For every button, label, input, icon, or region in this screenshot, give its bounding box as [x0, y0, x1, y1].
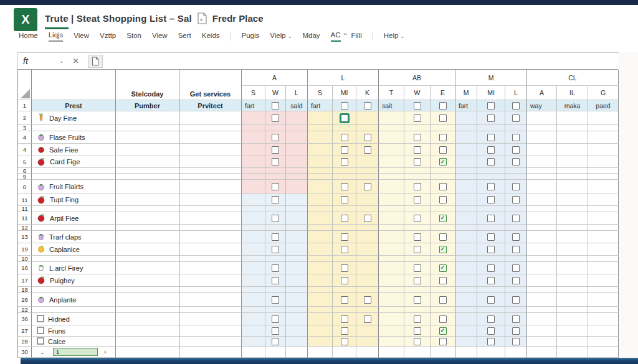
cell[interactable]: [588, 206, 619, 212]
cell[interactable]: [308, 325, 333, 337]
checkbox[interactable]: [414, 114, 421, 122]
row-number[interactable]: 22: [18, 307, 32, 313]
cell[interactable]: [557, 325, 588, 337]
cell[interactable]: [557, 212, 588, 225]
cell[interactable]: [179, 206, 242, 212]
row-number[interactable]: 9: [18, 174, 32, 180]
cell[interactable]: [379, 131, 404, 144]
cell[interactable]: ✓: [431, 325, 455, 337]
checkbox[interactable]: [341, 183, 348, 190]
checkbox[interactable]: [341, 114, 348, 122]
cell[interactable]: [527, 206, 557, 212]
cell[interactable]: [431, 287, 455, 293]
cell[interactable]: [404, 243, 431, 256]
cell[interactable]: [356, 274, 379, 287]
cell[interactable]: [557, 337, 588, 347]
cell[interactable]: [455, 131, 477, 144]
cell[interactable]: [431, 131, 455, 144]
cell[interactable]: [286, 231, 308, 243]
cell[interactable]: [286, 125, 308, 131]
collapse-ribbon-icon[interactable]: ⌃: [343, 32, 348, 39]
cell[interactable]: [116, 156, 179, 168]
cell[interactable]: [308, 231, 333, 243]
checkbox[interactable]: [341, 215, 348, 222]
cell[interactable]: [455, 325, 477, 337]
cell[interactable]: [404, 313, 431, 325]
cell[interactable]: [557, 313, 588, 325]
menu-item-ston[interactable]: Ston: [126, 32, 141, 41]
cell[interactable]: [116, 131, 179, 144]
cell[interactable]: [557, 307, 588, 313]
checkbox[interactable]: [487, 158, 495, 166]
cell[interactable]: [431, 347, 455, 358]
cell[interactable]: [179, 274, 242, 287]
checkbox[interactable]: [512, 277, 520, 284]
cell[interactable]: [404, 212, 431, 225]
checkbox[interactable]: [272, 196, 279, 203]
column-header-L-MI[interactable]: MI: [333, 86, 356, 100]
cell[interactable]: [179, 125, 242, 131]
cell[interactable]: [455, 168, 477, 174]
cell[interactable]: [431, 194, 455, 206]
cell[interactable]: [242, 231, 265, 243]
cell[interactable]: L.arcl Firey: [32, 262, 116, 274]
cell[interactable]: [505, 111, 527, 125]
prvitect-header[interactable]: Prvitect: [179, 100, 242, 111]
cell[interactable]: [32, 125, 116, 131]
checkbox[interactable]: [512, 146, 520, 154]
checkbox[interactable]: [272, 315, 279, 323]
checkbox[interactable]: [364, 315, 371, 323]
cell[interactable]: [477, 131, 505, 144]
menu-item-keids[interactable]: Keids: [202, 32, 220, 41]
cell[interactable]: [286, 313, 308, 325]
checkbox[interactable]: [272, 102, 279, 110]
checkbox[interactable]: [414, 277, 421, 284]
cell[interactable]: [179, 243, 242, 256]
cell[interactable]: [379, 225, 404, 231]
cell[interactable]: [505, 144, 527, 156]
cell[interactable]: [333, 144, 356, 156]
cell[interactable]: [179, 225, 242, 231]
checkbox[interactable]: [341, 296, 348, 304]
checkbox[interactable]: [272, 264, 279, 272]
column-header-L-S[interactable]: S: [308, 86, 333, 100]
cell[interactable]: [265, 174, 286, 180]
cell[interactable]: fart: [308, 100, 333, 111]
cell[interactable]: [116, 262, 179, 274]
cell[interactable]: [477, 293, 505, 307]
cell[interactable]: [379, 262, 404, 274]
cell[interactable]: [356, 347, 379, 358]
column-header-M-MI[interactable]: MI: [477, 86, 505, 100]
menu-item-filll[interactable]: Filll: [351, 32, 362, 41]
pumber-column-header[interactable]: Stelcoday: [116, 70, 179, 100]
cell[interactable]: [308, 206, 333, 212]
cell[interactable]: [557, 274, 588, 287]
row-number[interactable]: 13: [18, 231, 32, 243]
cell[interactable]: [308, 156, 333, 168]
cell[interactable]: [265, 231, 286, 243]
cell[interactable]: [527, 180, 557, 194]
cell[interactable]: [308, 111, 333, 125]
cell[interactable]: [179, 212, 242, 225]
cell[interactable]: [179, 111, 242, 125]
cell[interactable]: sait: [379, 100, 404, 111]
column-header-AB-W[interactable]: W: [404, 86, 431, 100]
cell[interactable]: [308, 262, 333, 274]
cell[interactable]: [333, 274, 356, 287]
cell[interactable]: [179, 156, 242, 168]
column-group-A[interactable]: A: [242, 70, 308, 86]
cell[interactable]: [308, 180, 333, 194]
cell[interactable]: [379, 287, 404, 293]
cell[interactable]: [308, 293, 333, 307]
cell[interactable]: [356, 287, 379, 293]
cell[interactable]: [333, 307, 356, 313]
cell[interactable]: [116, 206, 179, 212]
cell[interactable]: [477, 325, 505, 337]
cell[interactable]: [505, 194, 527, 206]
cell[interactable]: [116, 307, 179, 313]
cell[interactable]: [505, 256, 527, 262]
cell[interactable]: [477, 307, 505, 313]
cell[interactable]: [356, 212, 379, 225]
cell[interactable]: [477, 194, 505, 206]
checkbox[interactable]: [439, 277, 447, 284]
